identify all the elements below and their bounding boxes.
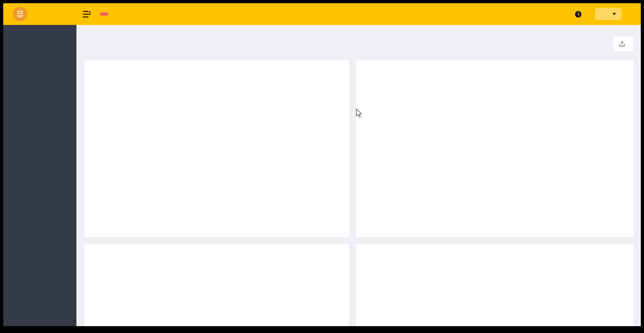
sidebar-collapse-icon[interactable] xyxy=(83,11,91,18)
business-status-badge xyxy=(100,12,109,16)
sidebar-nav xyxy=(3,25,76,326)
chevron-down-icon xyxy=(612,13,616,15)
revenue-stats-card xyxy=(84,60,349,237)
order-line-chart xyxy=(84,288,349,326)
header-right-group xyxy=(575,8,641,20)
logo-icon xyxy=(13,7,27,21)
sales-top10-card xyxy=(356,244,634,326)
user-stats-card xyxy=(356,60,634,237)
clock-icon xyxy=(575,11,582,18)
user-line-chart xyxy=(356,84,634,213)
top-header xyxy=(3,3,641,25)
app-window xyxy=(3,3,641,326)
date-range-tabs xyxy=(84,35,85,36)
data-export-button[interactable] xyxy=(613,36,634,51)
revenue-line-chart xyxy=(84,84,349,213)
app-logo xyxy=(3,7,76,21)
export-icon xyxy=(619,41,625,47)
business-status-setting-button[interactable] xyxy=(575,11,584,18)
main-content xyxy=(76,25,641,326)
order-completion-formula xyxy=(92,271,127,278)
admin-dropdown[interactable] xyxy=(595,8,621,20)
order-stats-card xyxy=(84,244,349,326)
